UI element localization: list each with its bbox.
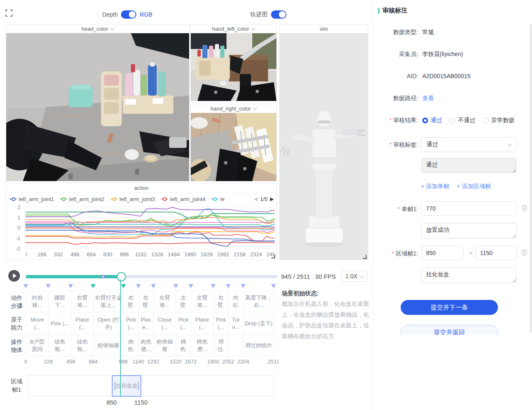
timeline-marker[interactable] [68, 284, 73, 288]
field-data-path: 数据路径: 查看 [373, 95, 529, 102]
field-collector: 采集员: 李轶晨(liyichen) [373, 51, 529, 58]
region-start-input[interactable] [421, 246, 464, 260]
step-cell[interactable]: Drop (丢下) [244, 312, 274, 334]
region-segment[interactable]: 拉化妆盒 [112, 375, 141, 397]
step-cell[interactable]: Pick (... [214, 312, 229, 334]
step-cell[interactable]: Pick (... [176, 312, 191, 334]
frame-scale-label: 1140 [133, 358, 144, 365]
step-cell[interactable]: 粉饼抽屉 [154, 335, 176, 356]
timeline-marker[interactable] [188, 284, 193, 288]
region-end-input[interactable] [475, 246, 517, 260]
step-cell[interactable]: 右臂打开桌面上... [94, 291, 123, 312]
timeline-marker[interactable] [271, 284, 276, 288]
depth-rgb-toggle[interactable] [121, 10, 136, 19]
step-cell[interactable]: Close (... [154, 312, 176, 334]
step-cell[interactable]: 用过的纸巾 [244, 335, 274, 356]
step-cell[interactable]: 右臂将... [71, 291, 94, 312]
step-cell[interactable]: Place (... [191, 312, 214, 334]
playback-slider-handle[interactable] [117, 272, 126, 281]
legend-item-left_arm_joint4[interactable]: left_arm_joint4 [161, 196, 205, 202]
segment-left-handle[interactable] [114, 382, 116, 390]
step-cell[interactable]: 左臂. [176, 291, 191, 312]
hand-right-color-select[interactable]: hand_right_color [191, 104, 276, 113]
step-cell[interactable]: 左臂将... [191, 291, 214, 312]
step-cell[interactable]: 粉饼抽屉 [94, 335, 123, 356]
step-cell[interactable]: Open (打开) [94, 312, 123, 334]
head-color-select[interactable]: head_color [6, 25, 189, 33]
legend-prev-icon[interactable]: ◀ [254, 196, 257, 201]
timeline-marker[interactable] [226, 284, 231, 288]
timeline-marker-active[interactable] [121, 284, 126, 288]
step-cell[interactable]: 肉色. [123, 335, 138, 356]
resize-handle-icon[interactable] [363, 255, 367, 259]
step-cell[interactable]: Pick (... [123, 312, 138, 334]
steps-table: 向前移...腰部下...右臂将...右臂打开桌面上...右臂.右臂.右臂将...… [26, 291, 274, 356]
step-cell[interactable]: 用过. [214, 335, 229, 356]
region-frame-note-textarea[interactable]: 拉化妆盒 [421, 268, 517, 283]
review-comment-textarea[interactable]: 通过 [421, 158, 517, 173]
segment-right-handle[interactable] [138, 382, 139, 390]
fullscreen-icon[interactable] [5, 10, 12, 17]
step-cell[interactable]: 桃色. [176, 335, 191, 356]
play-button[interactable] [8, 270, 20, 282]
region-start-label: 850 [106, 399, 117, 406]
step-cell[interactable]: Turn... [229, 312, 244, 334]
submit-next-button[interactable]: 提交并下一条 [401, 300, 498, 315]
chart-plot-area[interactable] [25, 205, 275, 250]
panel-scrollbar[interactable] [530, 24, 532, 333]
sim-viewport[interactable] [280, 33, 368, 260]
region-frame-track[interactable]: 拉化妆盒 [28, 375, 274, 397]
radio-pass[interactable]: 通过 [422, 117, 442, 124]
trajectory-toggle[interactable] [271, 10, 286, 19]
step-cell[interactable]: Place... [139, 312, 154, 334]
single-frame-input[interactable] [421, 201, 517, 216]
step-cell[interactable]: Move (... [26, 312, 49, 334]
step-cell[interactable]: B户型房间 [26, 335, 49, 356]
step-cell[interactable]: 腰部下... [49, 291, 71, 312]
step-cell[interactable]: 右臂将... [154, 291, 176, 312]
add-single-frame-button[interactable]: + 添加单帧 [421, 183, 449, 190]
single-frame-marker-dot[interactable] [101, 275, 105, 278]
step-cell[interactable]: 右臂. [214, 291, 229, 312]
timeline-marker[interactable] [23, 284, 28, 288]
range-dash: – [468, 249, 474, 256]
step-cell[interactable] [229, 335, 244, 356]
radio-abnormal[interactable]: 异常数据 [483, 117, 515, 124]
step-cell[interactable]: 向前移... [26, 291, 49, 312]
panel-action-chart: action left_arm_joint1left_arm_joint2lef… [6, 183, 277, 260]
step-cell[interactable]: 绿色瓶... [49, 335, 71, 356]
step-cell[interactable]: 绿色瓶... [71, 335, 94, 356]
timeline-marker-active[interactable] [91, 284, 96, 288]
step-cell[interactable]: 向右. [229, 291, 244, 312]
timeline-marker[interactable] [211, 284, 216, 288]
step-cell[interactable]: Pick (... [49, 312, 71, 334]
submit-return-button[interactable]: 提交并返回 [401, 325, 498, 335]
speed-select[interactable]: 1.0X [342, 271, 367, 282]
legend-item-left_arm_joint1[interactable]: left_arm_joint1 [10, 196, 54, 202]
step-cell[interactable]: 高度下降，右... [244, 291, 274, 312]
view-data-path-link[interactable]: 查看 [422, 95, 434, 102]
add-region-frame-button[interactable]: + 添加区域帧 [457, 183, 491, 190]
step-cell[interactable]: Place (... [71, 312, 94, 334]
timeline-marker[interactable] [173, 284, 178, 288]
row-header-objects: 操作物体 [8, 338, 25, 354]
legend-item-le[interactable]: le [211, 196, 224, 202]
legend-next-icon[interactable]: ▶ [270, 196, 274, 201]
timeline-marker[interactable] [241, 284, 246, 288]
step-cell[interactable]: 右臂. [123, 291, 138, 312]
hand-left-color-select[interactable]: hand_left_color [191, 25, 276, 33]
timeline-marker[interactable] [46, 284, 51, 288]
radio-fail[interactable]: 不通过 [450, 117, 475, 124]
review-tag-select[interactable]: 通过 [421, 137, 517, 152]
timeline-marker[interactable] [151, 284, 156, 288]
single-frame-note-textarea[interactable]: 放置成功 [421, 223, 517, 238]
legend-item-left_arm_joint2[interactable]: left_arm_joint2 [60, 196, 104, 202]
legend-item-left_arm_joint3[interactable]: left_arm_joint3 [111, 196, 155, 202]
step-cell[interactable]: 桃色唇... [191, 335, 214, 356]
step-cell[interactable]: 右臂. [139, 291, 154, 312]
resize-handle-icon[interactable] [271, 255, 275, 258]
timeline-marker[interactable] [136, 284, 141, 288]
delete-single-frame-icon[interactable] [521, 205, 527, 211]
step-cell[interactable]: 肉色透... [139, 335, 154, 356]
delete-region-frame-icon[interactable] [521, 249, 527, 256]
